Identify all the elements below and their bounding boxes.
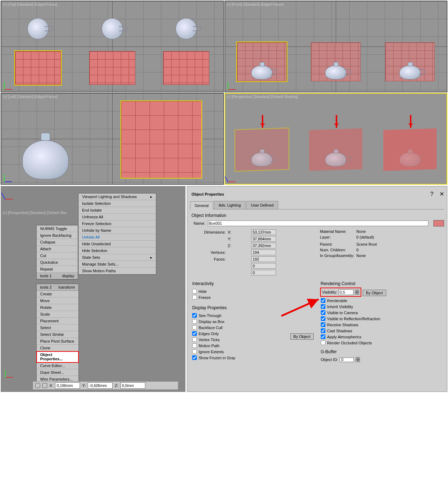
lock-icon[interactable] (35, 383, 40, 388)
box-object[interactable] (311, 42, 361, 81)
teapot-object[interactable] (251, 152, 272, 166)
menu-item-collapse[interactable]: Collapse (37, 239, 78, 246)
menu-item-clone[interactable]: Clone (37, 345, 79, 351)
viewport-label-left[interactable]: [+] [Left] [Standard] [Edged Faces] (3, 95, 58, 99)
teapot-object[interactable] (176, 18, 197, 39)
close-button[interactable]: ✕ (439, 191, 444, 197)
menu-item-attach[interactable]: Attach (37, 246, 78, 252)
name-input[interactable] (208, 220, 428, 226)
teapot-object[interactable] (325, 65, 346, 80)
box-object[interactable] (385, 42, 435, 81)
children-label: Num. Children: (320, 248, 355, 252)
menu-item-state-sets[interactable]: State Sets (79, 254, 156, 261)
tab-adv-lighting[interactable]: Adv. Lighting (214, 201, 245, 209)
rc-checkbox-2[interactable] (321, 310, 325, 315)
teapot-object[interactable] (325, 152, 346, 166)
menu-item-unfreeze-all[interactable]: Unfreeze All (79, 214, 156, 220)
menu-item-cut[interactable]: Cut (37, 252, 78, 259)
dp-checkbox-2[interactable] (192, 325, 197, 330)
dp-checkbox-4[interactable] (192, 337, 197, 342)
menu-item-hide-unselected[interactable]: Hide Unselected (79, 241, 156, 247)
box-object-selected[interactable] (235, 129, 288, 170)
menu-item-show-motion-paths[interactable]: Show Motion Paths (79, 268, 156, 274)
viewport-top[interactable]: [+] [Top] [Standard] [Edged Faces] (1, 1, 224, 92)
render-by-object-button[interactable]: By Object (363, 290, 386, 296)
menu-item-rotate[interactable]: Rotate (37, 304, 79, 311)
viewport-label-front[interactable]: [+] [Front] [Standard] [Edged Faces] (227, 2, 284, 6)
visibility-input[interactable] (339, 289, 353, 295)
objid-input[interactable] (340, 357, 354, 362)
menu-item-select-similar[interactable]: Select Similar (37, 331, 79, 338)
rc-checkbox-3[interactable] (321, 316, 325, 321)
tab-general[interactable]: General (190, 201, 213, 209)
menu-item-place-pivot[interactable]: Place Pivot Surface (37, 338, 79, 345)
menu-item-select[interactable]: Select (37, 324, 79, 331)
viewport-front[interactable]: [+] [Front] [Standard] [Edged Faces] (225, 1, 448, 92)
dp-checkbox-5[interactable] (192, 343, 197, 348)
object-color-swatch[interactable] (433, 220, 444, 226)
coord-z-input[interactable] (120, 382, 145, 389)
display-by-object-button[interactable]: By Object (290, 333, 314, 340)
coord-y-input[interactable] (88, 382, 113, 389)
viewport-label-persp[interactable]: [+] [Perspective] [Standard] [Default Sh… (227, 95, 298, 99)
box-object-selected[interactable] (15, 51, 61, 85)
viewport-left[interactable]: [+] [Left] [Standard] [Edged Faces] (1, 93, 224, 185)
menu-item-curve-editor[interactable]: Curve Editor... (37, 362, 79, 369)
tab-user-defined[interactable]: User Defined (246, 201, 278, 209)
rc-checkbox-0[interactable] (321, 298, 325, 303)
objid-spinner[interactable]: ▲▼ (356, 357, 360, 362)
viewport-label-top[interactable]: [+] [Top] [Standard] [Edged Faces] (3, 2, 57, 6)
menu-item-create[interactable]: Create (37, 291, 79, 297)
menu-item-unhide-by-name[interactable]: Unhide by Name (79, 227, 156, 234)
freeze-checkbox[interactable] (192, 295, 197, 300)
box-object[interactable] (163, 51, 209, 85)
menu-item-end-isolate[interactable]: End Isolate (79, 207, 156, 214)
coord-x-input[interactable] (55, 382, 80, 389)
rc-checkbox-5[interactable] (321, 328, 325, 333)
dp-checkbox-3[interactable] (192, 331, 197, 336)
menu-item-quickslice[interactable]: Quickslice (37, 259, 78, 266)
box-object-selected[interactable] (120, 100, 202, 179)
viewport-perspective-2[interactable]: [+] [Perspective] [Standard] [Default Sh… (1, 186, 185, 392)
menu-item-viewport-lighting[interactable]: Viewport Lighting and Shadows (79, 193, 156, 200)
rc-checkbox-4[interactable] (321, 322, 325, 327)
selection-lock-icon[interactable] (42, 383, 47, 388)
menu-item-nurms[interactable]: NURMS Toggle (37, 225, 78, 232)
menu-item-dope-sheet[interactable]: Dope Sheet... (37, 369, 79, 376)
menu-item-scale[interactable]: Scale (37, 311, 79, 318)
help-button[interactable]: ? (430, 191, 433, 197)
dp-checkbox-7[interactable] (192, 355, 197, 360)
viewport-perspective[interactable]: [+] [Perspective] [Standard] [Default Sh… (225, 93, 448, 185)
viewport-label-persp2[interactable]: [+] [Perspective] [Standard] [Default Sh… (3, 211, 66, 215)
teapot-object[interactable] (22, 140, 69, 179)
freeze-label: Freeze (199, 295, 211, 300)
menu-item-isolate-selection[interactable]: Isolate Selection (79, 200, 156, 207)
box-object[interactable] (383, 129, 437, 170)
hide-checkbox[interactable] (192, 289, 197, 294)
teapot-object[interactable] (27, 18, 49, 39)
box-object[interactable] (309, 129, 362, 170)
menu-item-object-properties[interactable]: Object Properties... (37, 351, 79, 362)
menu-item-repeat[interactable]: Repeat (37, 266, 78, 273)
menu-item-unhide-all[interactable]: Unhide All (79, 234, 156, 241)
menu-item-move[interactable]: Move (37, 297, 79, 304)
menu-item-placement[interactable]: Placement (37, 318, 79, 324)
layer-value: 0 (default) (356, 235, 441, 239)
teapot-object[interactable] (102, 18, 123, 39)
menu-item-hide-selection[interactable]: Hide Selection (79, 247, 156, 254)
menu-item-manage-state-sets[interactable]: Manage State Sets... (79, 261, 156, 268)
teapot-object[interactable] (251, 65, 272, 80)
menu-item-ignore-backfacing[interactable]: Ignore Backfacing (37, 232, 78, 239)
visibility-spinner[interactable]: ▲▼ (355, 290, 359, 295)
rc-checkbox-1[interactable] (321, 304, 325, 309)
teapot-object[interactable] (399, 152, 421, 166)
dp-checkbox-0[interactable] (192, 313, 197, 318)
dp-checkbox-6[interactable] (192, 349, 197, 354)
teapot-object[interactable] (399, 65, 421, 80)
dp-checkbox-1[interactable] (192, 319, 197, 324)
rc-checkbox-6[interactable] (321, 334, 325, 339)
box-object-selected[interactable] (237, 42, 287, 81)
menu-item-freeze-selection[interactable]: Freeze Selection (79, 220, 156, 227)
box-object[interactable] (89, 51, 135, 85)
rc-checkbox-7[interactable] (321, 340, 325, 345)
